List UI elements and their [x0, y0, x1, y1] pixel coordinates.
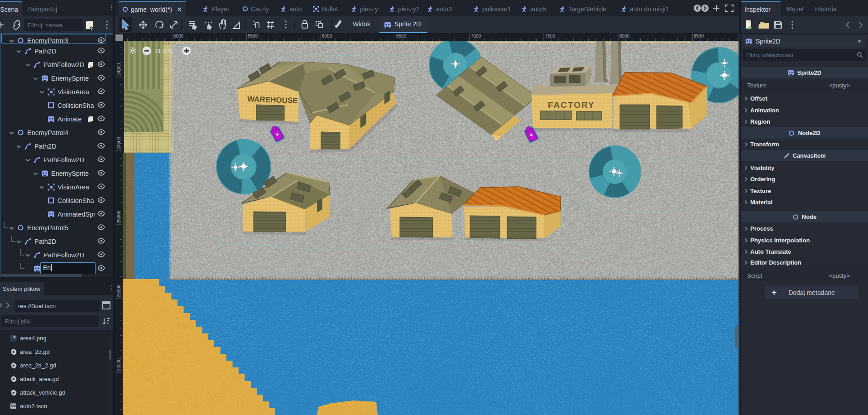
svg-text:6000: 6000: [322, 34, 332, 39]
svg-text:31.9 %: 31.9 %: [154, 48, 173, 54]
svg-text:25500: 25500: [116, 285, 121, 297]
svg-text:26000: 26000: [116, 358, 121, 371]
svg-text:8000: 8000: [619, 34, 630, 39]
svg-text:7500: 7500: [545, 34, 556, 39]
svg-text:24500: 24500: [116, 137, 121, 150]
svg-text:8500: 8500: [694, 34, 704, 39]
svg-text:6500: 6500: [396, 34, 407, 39]
svg-text:25000: 25000: [116, 211, 121, 223]
svg-text:5000: 5000: [173, 34, 184, 39]
svg-text:24000: 24000: [116, 63, 121, 76]
svg-text:7000: 7000: [471, 34, 481, 39]
svg-text:5500: 5500: [248, 34, 258, 39]
